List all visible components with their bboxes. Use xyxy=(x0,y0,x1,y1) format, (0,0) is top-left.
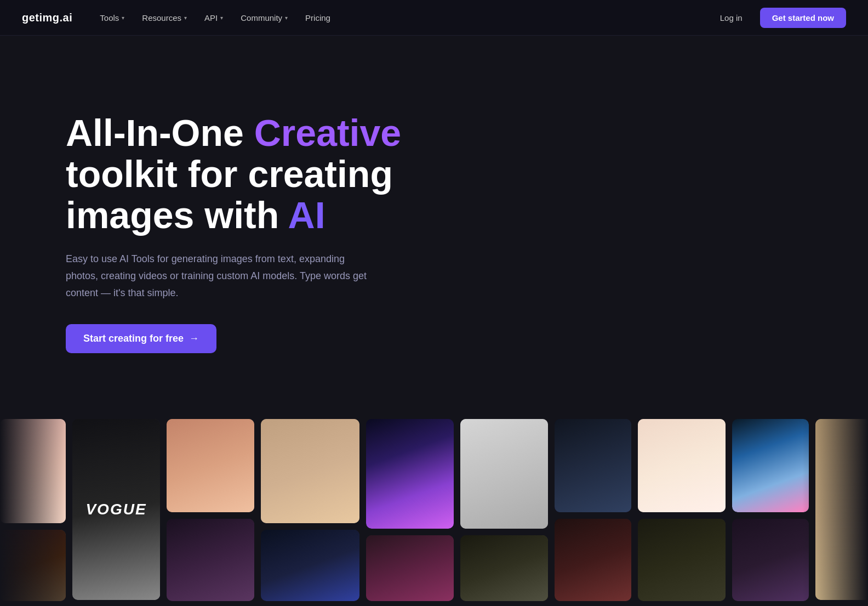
chevron-down-icon: ▾ xyxy=(184,15,187,21)
navbar: getimg.ai Tools ▾ Resources ▾ API ▾ Comm… xyxy=(0,0,868,36)
gallery-column-8 xyxy=(638,419,726,601)
gallery-image xyxy=(555,419,631,512)
nav-left: getimg.ai Tools ▾ Resources ▾ API ▾ Comm… xyxy=(22,9,338,27)
hero-headline: All-In-One Creative toolkit for creating… xyxy=(66,112,427,235)
gallery-column-10 xyxy=(815,419,868,601)
gallery-wrapper: VOGUE xyxy=(0,386,868,601)
headline-ai: AI xyxy=(288,194,326,236)
nav-item-api[interactable]: API ▾ xyxy=(197,9,231,27)
gallery-column-7 xyxy=(555,419,631,601)
nav-item-pricing[interactable]: Pricing xyxy=(298,9,338,27)
get-started-button[interactable]: Get started now xyxy=(760,8,846,28)
gallery-section: VOGUE xyxy=(0,419,868,601)
headline-creative: Creative xyxy=(254,112,401,154)
gallery-image xyxy=(261,530,359,601)
nav-item-resources[interactable]: Resources ▾ xyxy=(134,9,195,27)
gallery-column-1 xyxy=(0,419,66,601)
login-button[interactable]: Log in xyxy=(711,9,751,27)
hero-description: Easy to use AI Tools for generating imag… xyxy=(66,251,373,301)
nav-item-community[interactable]: Community ▾ xyxy=(233,9,295,27)
gallery-image xyxy=(638,519,726,601)
gallery-column-2: VOGUE xyxy=(72,419,160,601)
gallery-image xyxy=(0,419,66,523)
hero-section: All-In-One Creative toolkit for creating… xyxy=(0,0,868,386)
gallery-image xyxy=(460,535,548,601)
gallery-image xyxy=(638,419,726,512)
arrow-icon: → xyxy=(189,333,199,344)
nav-right: Log in Get started now xyxy=(711,8,846,28)
gallery-column-6 xyxy=(460,419,548,601)
headline-part1: All-In-One xyxy=(66,112,254,154)
nav-item-tools[interactable]: Tools ▾ xyxy=(92,9,132,27)
gallery-image xyxy=(732,519,809,601)
gallery-image: VOGUE xyxy=(72,419,160,600)
chevron-down-icon: ▾ xyxy=(220,15,223,21)
gallery-image xyxy=(167,419,254,512)
gallery-image xyxy=(167,519,254,601)
gallery-column-4 xyxy=(261,419,359,601)
gallery-column-5 xyxy=(366,419,454,601)
gallery-image xyxy=(366,419,454,529)
gallery-image xyxy=(261,419,359,523)
gallery-image xyxy=(732,419,809,512)
chevron-down-icon: ▾ xyxy=(122,15,124,21)
headline-part2: toolkit for creating images with xyxy=(66,153,393,236)
gallery-image xyxy=(366,535,454,601)
start-creating-label: Start creating for free xyxy=(83,333,184,344)
gallery-image xyxy=(555,519,631,601)
chevron-down-icon: ▾ xyxy=(285,15,288,21)
gallery-column-9 xyxy=(732,419,809,601)
nav-logo[interactable]: getimg.ai xyxy=(22,12,72,24)
gallery-image xyxy=(0,530,66,601)
nav-links: Tools ▾ Resources ▾ API ▾ Community ▾ Pr… xyxy=(92,9,338,27)
gallery-image xyxy=(815,419,868,600)
start-creating-button[interactable]: Start creating for free → xyxy=(66,324,216,353)
gallery-image xyxy=(460,419,548,529)
hero-content: All-In-One Creative toolkit for creating… xyxy=(0,36,493,386)
gallery-column-3 xyxy=(167,419,254,601)
